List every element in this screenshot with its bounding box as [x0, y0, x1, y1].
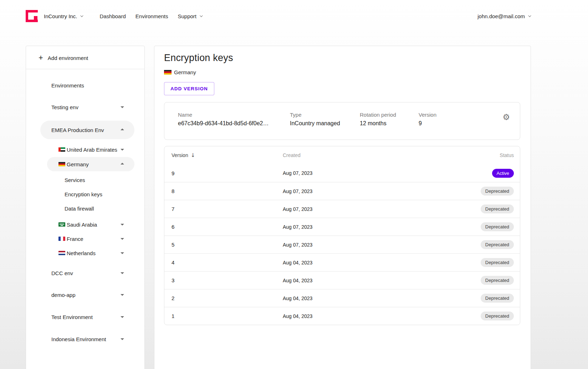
column-header-status: Status — [438, 152, 520, 158]
column-header-version[interactable]: Version ↓ — [164, 152, 283, 158]
chevron-down-icon — [528, 14, 531, 17]
sidebar-item-label: Data firewall — [65, 206, 94, 212]
sidebar-item-netherlands[interactable]: Netherlands — [26, 246, 144, 260]
status-cell: Deprecated — [438, 222, 520, 231]
status-badge-deprecated: Deprecated — [481, 294, 514, 303]
sidebar-item-test-environment[interactable]: Test Environment — [26, 310, 144, 324]
uae-flag-icon — [58, 147, 65, 152]
company-selector[interactable]: InCountry Inc. — [44, 13, 82, 19]
nav-environments[interactable]: Environments — [136, 13, 168, 19]
status-badge-deprecated: Deprecated — [481, 258, 514, 267]
version-cell: 6 — [164, 224, 283, 230]
chevron-up-icon[interactable] — [121, 128, 124, 130]
table-header-row: Version ↓ Created Status — [164, 146, 520, 164]
sidebar-item-united-arab-emirates[interactable]: United Arab Emirates — [26, 142, 144, 157]
created-cell: Aug 07, 2023 — [283, 188, 438, 194]
sidebar-item-saudi-arabia[interactable]: Saudi Arabia — [26, 217, 144, 232]
add-environment-label: Add environment — [48, 55, 88, 61]
key-version-value: 9 — [419, 120, 436, 127]
chevron-down-icon[interactable] — [121, 224, 124, 226]
key-type-value: InCountry managed — [290, 120, 340, 127]
version-cell: 8 — [164, 188, 283, 194]
sidebar-item-label: Testing env — [51, 104, 78, 110]
sidebar-item-label: EMEA Production Env — [51, 127, 104, 133]
status-cell: Deprecated — [438, 258, 520, 267]
table-row: 9 Aug 07, 2023 Active — [164, 164, 520, 182]
status-cell: Deprecated — [438, 312, 520, 320]
germany-flag-icon — [164, 70, 172, 75]
chevron-down-icon[interactable] — [121, 338, 124, 340]
chevron-up-icon[interactable] — [121, 163, 124, 165]
chevron-down-icon[interactable] — [121, 316, 124, 318]
sidebar-item-emea-production-env[interactable]: EMEA Production Env — [26, 123, 144, 137]
version-cell: 2 — [164, 295, 283, 301]
chevron-down-icon[interactable] — [121, 149, 124, 151]
sidebar-item-label: Encryption keys — [65, 191, 102, 197]
column-header-version-label: Version — [172, 152, 188, 158]
company-name: InCountry Inc. — [44, 13, 77, 19]
sidebar-item-data-firewall[interactable]: Data firewall — [26, 201, 144, 216]
table-row: 6 Aug 07, 2023 Deprecated — [164, 218, 520, 236]
chevron-down-icon[interactable] — [121, 294, 124, 296]
nav-dashboard[interactable]: Dashboard — [99, 13, 126, 19]
gear-icon[interactable]: ⚙ — [502, 113, 510, 121]
created-cell: Aug 07, 2023 — [283, 242, 438, 248]
version-cell: 3 — [164, 277, 283, 283]
sidebar-item-label: demo-app — [51, 292, 76, 298]
add-environment-button[interactable]: + Add environment — [39, 52, 144, 63]
sidebar-item-testing-env[interactable]: Testing env — [26, 100, 144, 114]
logo-square-shape — [34, 16, 37, 20]
sidebar-item-demo-app[interactable]: demo-app — [26, 288, 144, 302]
sidebar-item-label: Services — [65, 177, 85, 183]
created-cell: Aug 04, 2023 — [283, 295, 438, 301]
table-row: 8 Aug 07, 2023 Deprecated — [164, 182, 520, 200]
nav-support-label: Support — [178, 13, 197, 19]
incountry-logo-icon — [26, 10, 38, 22]
rotation-period-value: 12 months — [360, 120, 396, 127]
status-cell: Deprecated — [438, 204, 520, 213]
status-badge-deprecated: Deprecated — [481, 222, 514, 231]
key-type-column: Type InCountry managed — [290, 112, 340, 127]
sidebar-item-services[interactable]: Services — [26, 173, 144, 187]
add-version-button[interactable]: ADD VERSION — [164, 82, 214, 95]
sidebar-divider — [26, 69, 144, 69]
user-menu[interactable]: john.doe@mail.com — [477, 13, 530, 19]
sidebar-item-label: Netherlands — [67, 250, 96, 256]
netherlands-flag-icon — [58, 251, 65, 255]
sidebar-item-encryption-keys[interactable]: Encryption keys — [26, 187, 144, 201]
germany-flag-icon — [58, 162, 65, 166]
sidebar-item-label: United Arab Emirates — [67, 147, 117, 153]
created-cell: Aug 07, 2023 — [283, 224, 438, 230]
chevron-down-icon[interactable] — [121, 106, 124, 108]
chevron-down-icon[interactable] — [121, 252, 124, 254]
status-cell: Deprecated — [438, 187, 520, 196]
nav-support[interactable]: Support — [178, 13, 202, 19]
sidebar-item-dcc-env[interactable]: DCC env — [26, 266, 144, 280]
saudi-arabia-flag-icon — [58, 222, 65, 227]
chevron-down-icon — [200, 14, 203, 17]
version-label: Version — [419, 112, 436, 118]
created-cell: Aug 07, 2023 — [283, 170, 438, 176]
versions-table: Version ↓ Created Status 9 Aug 07, 2023 … — [164, 146, 520, 325]
key-info-panel: Name e67c34b9-d634-41bd-8d5d-6f0e2… Type… — [164, 102, 520, 140]
table-row: 1 Aug 04, 2023 Deprecated — [164, 307, 520, 325]
name-label: Name — [178, 112, 269, 118]
chevron-down-icon[interactable] — [121, 238, 124, 240]
sidebar-item-germany[interactable]: Germany — [26, 157, 144, 171]
sidebar-item-label: Test Environment — [51, 314, 93, 320]
key-version-column: Version 9 — [419, 112, 436, 127]
top-navbar: InCountry Inc. Dashboard Environments Su… — [0, 0, 588, 32]
country-name: Germany — [174, 69, 196, 75]
created-cell: Aug 04, 2023 — [283, 260, 438, 266]
sidebar-item-france[interactable]: France — [26, 232, 144, 246]
sidebar-item-label: Germany — [67, 161, 89, 167]
sidebar-item-indonesia-environment[interactable]: Indonesia Environment — [26, 332, 144, 346]
encryption-keys-panel: Encryption keys Germany ADD VERSION Name… — [154, 46, 531, 369]
status-cell: Deprecated — [438, 240, 520, 249]
sidebar-item-label: Saudi Arabia — [67, 222, 97, 228]
version-cell: 4 — [164, 259, 283, 266]
chevron-down-icon[interactable] — [121, 272, 124, 274]
created-cell: Aug 04, 2023 — [283, 278, 438, 283]
key-name-value: e67c34b9-d634-41bd-8d5d-6f0e2… — [178, 120, 269, 127]
sidebar-item-environments[interactable]: Environments — [26, 78, 144, 92]
